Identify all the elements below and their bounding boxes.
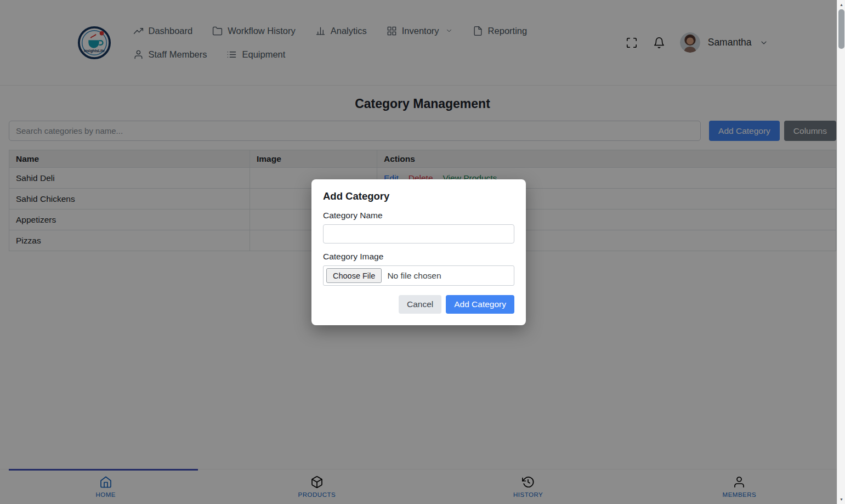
vertical-scrollbar: ▲ ▼ <box>837 0 845 504</box>
cancel-button[interactable]: Cancel <box>399 295 441 314</box>
scroll-down-button[interactable]: ▼ <box>837 495 845 503</box>
scroll-up-button[interactable]: ▲ <box>837 1 845 9</box>
modal-add-category-button[interactable]: Add Category <box>446 295 514 314</box>
scrollbar-thumb[interactable] <box>838 9 844 49</box>
category-name-label: Category Name <box>323 211 514 220</box>
category-name-input[interactable] <box>323 224 514 243</box>
page: InsightsLite Dashboard Workflow History … <box>0 0 845 504</box>
add-category-modal: Add Category Category Name Category Imag… <box>311 179 526 325</box>
modal-title: Add Category <box>323 190 514 202</box>
category-image-label: Category Image <box>323 252 514 262</box>
category-image-file-input[interactable]: Choose File No file chosen <box>323 265 514 286</box>
file-status-text: No file chosen <box>387 271 441 281</box>
modal-actions: Cancel Add Category <box>323 295 514 314</box>
choose-file-button[interactable]: Choose File <box>326 268 382 283</box>
